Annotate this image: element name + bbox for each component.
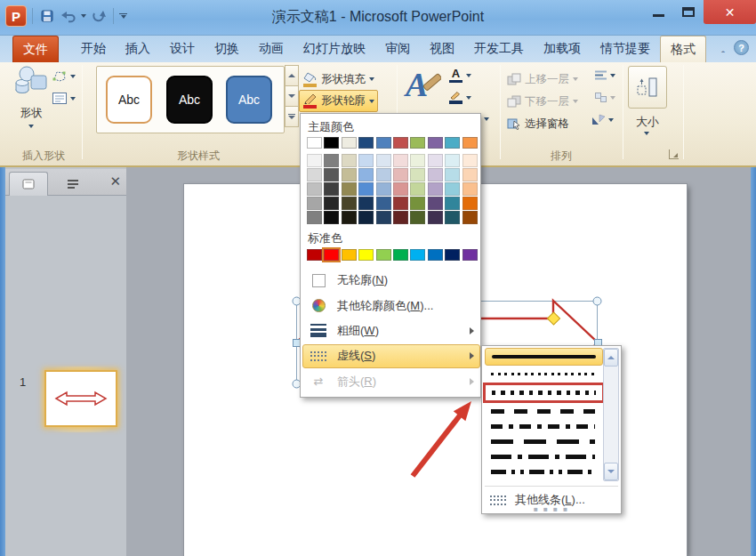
dash-style-long-dash-dot-dot[interactable] [485,464,603,479]
theme-variant-swatch-1-2[interactable] [324,182,339,196]
dash-style-solid[interactable] [485,348,603,366]
theme-variant-swatch-7-3[interactable] [428,197,443,210]
theme-variant-swatch-5-3[interactable] [393,197,408,210]
theme-variant-swatch-0-2[interactable] [307,182,322,196]
theme-variant-swatch-3-4[interactable] [358,211,374,224]
tab-animations[interactable]: 动画 [249,36,294,62]
standard-color-swatch-8[interactable] [445,249,460,261]
theme-variant-swatch-4-1[interactable] [376,168,391,181]
theme-color-swatch-4[interactable] [376,137,391,149]
theme-variant-swatch-9-3[interactable] [462,197,478,210]
theme-variant-swatch-1-0[interactable] [324,154,339,167]
theme-variant-swatch-4-0[interactable] [376,154,391,167]
standard-color-swatch-3[interactable] [358,249,374,261]
theme-variant-swatch-0-0[interactable] [307,154,322,167]
selection-pane-button[interactable]: 选择窗格 [503,114,572,133]
theme-variant-swatch-3-2[interactable] [358,182,374,196]
dash-style-square-dot[interactable] [486,385,602,400]
tab-design[interactable]: 设计 [160,36,205,62]
shape-fill-button[interactable]: 形状填充 [300,69,377,89]
tab-developer[interactable]: 开发工具 [464,36,534,62]
chevron-down-icon[interactable] [484,117,489,121]
theme-variant-swatch-2-1[interactable] [342,168,357,181]
style-sample-1[interactable]: Abc [106,76,152,124]
tab-view[interactable]: 视图 [420,36,464,62]
customize-toolbar-icon[interactable] [119,13,127,20]
tab-insert[interactable]: 插入 [116,36,160,62]
theme-variant-swatch-7-1[interactable] [428,168,443,181]
collapse-ribbon-icon[interactable]: ꞈ [721,43,725,52]
text-fill-icon[interactable]: A [448,68,471,83]
standard-color-swatch-4[interactable] [376,249,391,261]
theme-variant-swatch-1-4[interactable] [324,211,339,224]
theme-variant-swatch-9-0[interactable] [462,154,478,167]
menu-item-weight[interactable]: 粗细(W) [301,318,482,343]
theme-variant-swatch-0-1[interactable] [307,168,322,181]
theme-variant-swatch-8-4[interactable] [445,211,460,224]
theme-variant-swatch-4-2[interactable] [376,182,391,196]
theme-color-swatch-9[interactable] [462,137,478,149]
dash-style-long-dash[interactable] [485,434,603,449]
menu-item-arrows[interactable]: ⇄箭头(R) [301,369,482,394]
close-button[interactable]: ✕ [704,0,756,24]
text-outline-icon[interactable] [448,90,471,105]
theme-variant-swatch-7-4[interactable] [428,211,443,224]
gallery-more-icon[interactable] [285,106,299,127]
slides-tab[interactable] [9,172,48,196]
size-button[interactable] [628,66,667,109]
theme-variant-swatch-9-2[interactable] [462,182,478,196]
tab-home[interactable]: 开始 [71,36,116,62]
tab-storyboard[interactable]: 情节提要 [591,36,660,62]
tab-review[interactable]: 审阅 [375,36,420,62]
theme-variant-swatch-3-3[interactable] [358,197,374,210]
group-button[interactable] [594,92,615,103]
theme-color-swatch-5[interactable] [393,137,408,149]
theme-variant-swatch-2-2[interactable] [342,182,357,196]
theme-variant-swatch-9-4[interactable] [462,211,478,224]
theme-variant-swatch-6-3[interactable] [410,197,425,210]
scroll-down-icon[interactable] [604,463,618,480]
redo-icon[interactable] [90,7,108,25]
theme-variant-swatch-6-1[interactable] [410,168,425,181]
send-backward-button[interactable]: 下移一层 [503,92,581,111]
undo-dropdown-icon[interactable] [81,14,86,18]
theme-variant-swatch-6-0[interactable] [410,154,425,167]
tab-format[interactable]: 格式 [660,36,706,62]
theme-variant-swatch-1-3[interactable] [324,197,339,210]
standard-color-swatch-1[interactable] [324,249,339,261]
theme-variant-swatch-8-0[interactable] [445,154,460,167]
standard-color-swatch-5[interactable] [393,249,408,261]
theme-variant-swatch-8-1[interactable] [445,168,460,181]
theme-variant-swatch-2-3[interactable] [342,197,357,210]
standard-color-swatch-2[interactable] [342,249,357,261]
style-sample-2[interactable]: Abc [166,76,213,124]
powerpoint-logo-icon[interactable]: P [5,5,27,27]
size-dialog-launcher-icon[interactable] [669,149,679,159]
slide-thumbnail-selected[interactable] [39,367,123,432]
gallery-down-icon[interactable] [285,85,299,107]
theme-variant-swatch-2-4[interactable] [342,211,357,224]
theme-variant-swatch-8-3[interactable] [445,197,460,210]
theme-variant-swatch-8-2[interactable] [445,182,460,196]
theme-color-swatch-3[interactable] [358,137,374,149]
undo-icon[interactable] [60,7,77,25]
standard-color-swatch-0[interactable] [307,249,322,261]
scroll-up-icon[interactable] [604,349,618,367]
theme-color-swatch-2[interactable] [342,137,357,149]
menu-item-dashes[interactable]: 虚线(S) [301,343,482,368]
edit-shape-button[interactable] [52,69,76,83]
theme-variant-swatch-0-4[interactable] [307,211,322,224]
theme-color-swatch-0[interactable] [307,137,322,149]
save-icon[interactable] [38,7,56,25]
align-button[interactable] [594,69,615,81]
help-icon[interactable]: ? [734,40,749,55]
text-box-button[interactable] [52,92,76,105]
theme-variant-swatch-5-1[interactable] [393,168,408,181]
tab-file[interactable]: 文件 [12,36,59,62]
bring-forward-button[interactable]: 上移一层 [503,69,581,89]
wordart-quick-styles-icon[interactable]: A [402,64,441,109]
dash-style-dash-dot[interactable] [485,419,603,434]
standard-color-swatch-7[interactable] [428,249,443,261]
theme-variant-swatch-2-0[interactable] [342,154,357,167]
dash-style-round-dot[interactable] [485,367,603,382]
